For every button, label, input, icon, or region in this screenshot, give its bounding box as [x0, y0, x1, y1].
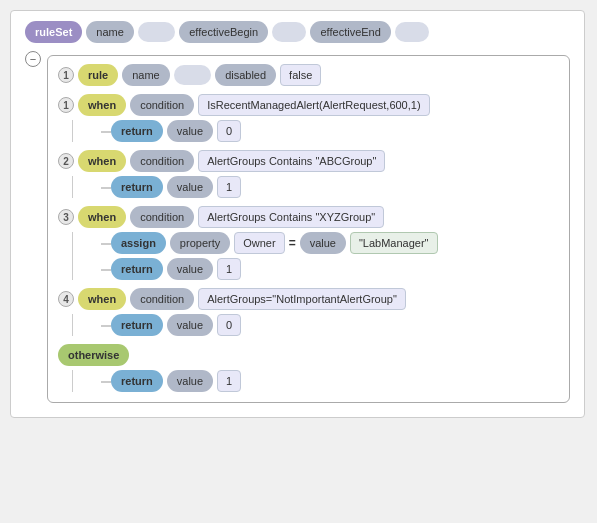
when-indent-3: returnvalue0 — [72, 314, 559, 336]
when-indent-1: returnvalue1 — [72, 176, 559, 198]
when-child-line-0-0: returnvalue0 — [101, 120, 559, 142]
when-node-3[interactable]: when — [78, 288, 126, 310]
rule-name-value[interactable] — [174, 65, 211, 85]
ruleset-effectiveend-label: effectiveEnd — [310, 21, 390, 43]
assign-property-label-2-0: property — [170, 232, 230, 254]
return-value-label-2-1: value — [167, 258, 213, 280]
rule-collapse-btn[interactable]: − — [25, 51, 41, 67]
when-badge-3: 4 — [58, 291, 74, 307]
return-node-3-0[interactable]: return — [111, 314, 163, 336]
when-condition-value-0[interactable]: IsRecentManagedAlert(AlertRequest,600,1) — [198, 94, 429, 116]
when-block-2: 3whenconditionAlertGroups Contains "XYZG… — [58, 206, 559, 280]
return-node-0-0[interactable]: return — [111, 120, 163, 142]
assign-value-label-2-0: value — [300, 232, 346, 254]
ruleset-node[interactable]: ruleSet — [25, 21, 82, 43]
otherwise-header: otherwise — [58, 344, 559, 366]
assign-property-value-2-0[interactable]: Owner — [234, 232, 284, 254]
otherwise-value[interactable]: 1 — [217, 370, 241, 392]
when-header-0: 1whenconditionIsRecentManagedAlert(Alert… — [58, 94, 559, 116]
when-child-line-3-0: returnvalue0 — [101, 314, 559, 336]
when-blocks: 1whenconditionIsRecentManagedAlert(Alert… — [58, 94, 559, 336]
when-node-2[interactable]: when — [78, 206, 126, 228]
ruleset-name-value[interactable] — [138, 22, 175, 42]
otherwise-return-node[interactable]: return — [111, 370, 163, 392]
ruleset-effectivebegin-label: effectiveBegin — [179, 21, 268, 43]
assign-node-2-0[interactable]: assign — [111, 232, 166, 254]
otherwise-block: otherwise return value 1 — [58, 344, 559, 392]
ruleset-name-label: name — [86, 21, 134, 43]
return-value-3-0[interactable]: 0 — [217, 314, 241, 336]
return-value-1-0[interactable]: 1 — [217, 176, 241, 198]
when-node-0[interactable]: when — [78, 94, 126, 116]
main-container: ruleSet name effectiveBegin effectiveEnd… — [10, 10, 585, 418]
when-child-line-2-0: assignpropertyOwner=value"LabManager" — [101, 232, 559, 254]
when-indent-0: returnvalue0 — [72, 120, 559, 142]
rule-header: 1 rule name disabled false — [58, 64, 559, 86]
otherwise-return-line: return value 1 — [101, 370, 559, 392]
return-value-label-0-0: value — [167, 120, 213, 142]
return-value-label-1-0: value — [167, 176, 213, 198]
otherwise-value-label: value — [167, 370, 213, 392]
when-block-0: 1whenconditionIsRecentManagedAlert(Alert… — [58, 94, 559, 142]
otherwise-indent: return value 1 — [72, 370, 559, 392]
rule-disabled-label: disabled — [215, 64, 276, 86]
when-indent-2: assignpropertyOwner=value"LabManager"ret… — [72, 232, 559, 280]
when-header-1: 2whenconditionAlertGroups Contains "ABCG… — [58, 150, 559, 172]
ruleset-effectiveend-value[interactable] — [395, 22, 429, 42]
ruleset-effectivebegin-value[interactable] — [272, 22, 306, 42]
when-badge-2: 3 — [58, 209, 74, 225]
when-block-3: 4whenconditionAlertGroups="NotImportantA… — [58, 288, 559, 336]
return-value-0-0[interactable]: 0 — [217, 120, 241, 142]
rule-block: 1 rule name disabled false 1whenconditio… — [47, 55, 570, 403]
when-condition-value-3[interactable]: AlertGroups="NotImportantAlertGroup" — [198, 288, 406, 310]
assign-value-2-0[interactable]: "LabManager" — [350, 232, 438, 254]
when-badge-0: 1 — [58, 97, 74, 113]
when-condition-label-2: condition — [130, 206, 194, 228]
otherwise-node[interactable]: otherwise — [58, 344, 129, 366]
when-block-1: 2whenconditionAlertGroups Contains "ABCG… — [58, 150, 559, 198]
when-child-line-1-0: returnvalue1 — [101, 176, 559, 198]
when-node-1[interactable]: when — [78, 150, 126, 172]
rule-disabled-value[interactable]: false — [280, 64, 321, 86]
when-header-3: 4whenconditionAlertGroups="NotImportantA… — [58, 288, 559, 310]
when-badge-1: 2 — [58, 153, 74, 169]
when-condition-label-3: condition — [130, 288, 194, 310]
rule-name-label: name — [122, 64, 170, 86]
when-child-line-2-1: returnvalue1 — [101, 258, 559, 280]
ruleset-row: ruleSet name effectiveBegin effectiveEnd — [25, 21, 570, 43]
return-node-2-1[interactable]: return — [111, 258, 163, 280]
return-node-1-0[interactable]: return — [111, 176, 163, 198]
when-condition-label-0: condition — [130, 94, 194, 116]
when-header-2: 3whenconditionAlertGroups Contains "XYZG… — [58, 206, 559, 228]
when-condition-label-1: condition — [130, 150, 194, 172]
return-value-2-1[interactable]: 1 — [217, 258, 241, 280]
rule-node[interactable]: rule — [78, 64, 118, 86]
assign-eq-2-0: = — [289, 236, 296, 250]
return-value-label-3-0: value — [167, 314, 213, 336]
rule-badge: 1 — [58, 67, 74, 83]
when-condition-value-1[interactable]: AlertGroups Contains "ABCGroup" — [198, 150, 385, 172]
when-condition-value-2[interactable]: AlertGroups Contains "XYZGroup" — [198, 206, 384, 228]
